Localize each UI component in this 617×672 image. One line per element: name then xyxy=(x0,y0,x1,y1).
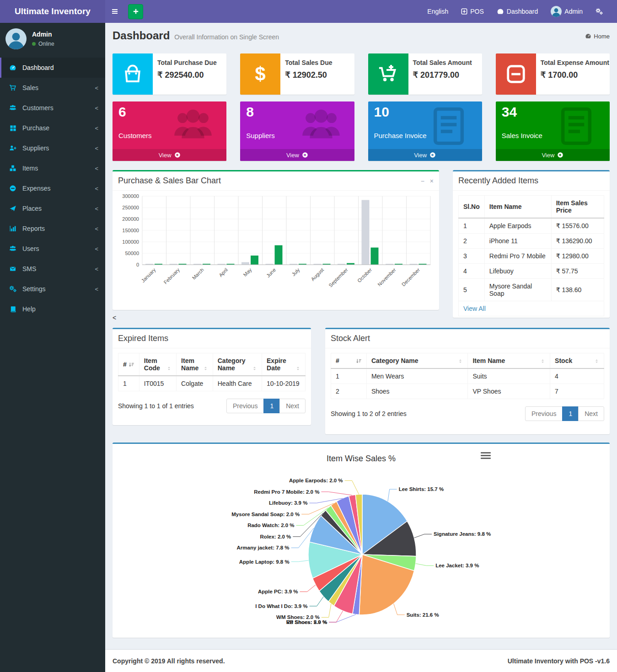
chart-menu-button[interactable] xyxy=(481,452,491,460)
sidebar-item-sms[interactable]: SMS< xyxy=(0,259,105,279)
navbar: Ultimate Inventory English POS Dashboard… xyxy=(0,0,617,23)
table-row: 1IT0015ColgateHealth Care10-10-2019 xyxy=(118,376,306,391)
column-header-item-code[interactable]: Item Code xyxy=(139,353,176,376)
minus-square-icon xyxy=(496,53,536,95)
view-label: View xyxy=(286,152,299,159)
table-cell: 4 xyxy=(459,264,485,279)
recent-items-panel: Recently Added Items Sl.NoItem NameItem … xyxy=(453,170,610,318)
page-previous[interactable]: Previous xyxy=(226,399,264,413)
sidebar-item-settings[interactable]: Settings< xyxy=(0,279,105,299)
chevron-left-icon: < xyxy=(95,145,98,152)
avatar xyxy=(551,6,562,17)
gears-button[interactable] xyxy=(589,0,610,23)
view-all-link[interactable]: View All xyxy=(459,301,604,316)
sidebar-item-sales[interactable]: Sales< xyxy=(0,78,105,98)
expired-items-header: Expired Items xyxy=(113,329,311,348)
column-header-item-name[interactable]: Item Name xyxy=(177,353,213,376)
page-number[interactable]: 1 xyxy=(263,399,280,413)
column-header-item-name[interactable]: Item Name xyxy=(468,353,550,369)
table-row: 2ShoesVP Shoes7 xyxy=(331,384,604,399)
count-label: Purchase Invoice xyxy=(374,132,427,139)
sort-icon xyxy=(594,358,599,364)
column-header-category-name[interactable]: Category Name xyxy=(366,353,468,369)
collapse-button[interactable]: − xyxy=(421,177,424,185)
bar-chart-icon xyxy=(7,225,18,232)
chevron-left-icon: < xyxy=(95,185,98,192)
stat-value: ₹ 1700.00 xyxy=(541,70,605,80)
nav-language[interactable]: English xyxy=(421,0,455,23)
x-tick-label: July xyxy=(290,267,301,277)
brand[interactable]: Ultimate Inventory xyxy=(0,0,105,23)
x-tick-label: November xyxy=(376,267,397,288)
x-tick-label: March xyxy=(191,267,205,281)
bar-chart: 050000100000150000200000250000300000Janu… xyxy=(117,193,433,307)
sort-icon xyxy=(458,358,463,364)
sidebar-item-suppliers[interactable]: Suppliers< xyxy=(0,138,105,158)
page-subtitle: Overall Information on Single Screen xyxy=(174,33,279,41)
sidebar-item-label: Dashboard xyxy=(22,64,54,71)
pie-connector xyxy=(300,585,316,592)
bar-chart-panel-header: Purchase & Sales Bar Chart − × xyxy=(113,171,439,191)
sidebar-item-reports[interactable]: Reports< xyxy=(0,219,105,239)
table-cell: ₹ 15576.00 xyxy=(551,218,604,234)
nav-user[interactable]: Admin xyxy=(544,0,589,23)
nav-pos[interactable]: POS xyxy=(455,0,490,23)
view-link[interactable]: View xyxy=(240,149,354,161)
table-cell: Colgate xyxy=(177,376,213,391)
tachometer-icon xyxy=(497,8,504,15)
sidebar-item-help[interactable]: Help xyxy=(0,299,105,319)
chevron-left-icon: < xyxy=(95,85,98,91)
table-cell: 10-10-2019 xyxy=(262,376,306,391)
minus-circle-icon xyxy=(7,185,18,192)
sort-icon xyxy=(540,358,545,364)
user-plus-icon xyxy=(7,144,18,152)
sidebar-item-expenses[interactable]: Expenses< xyxy=(0,178,105,198)
column-header--[interactable]: # xyxy=(118,353,139,376)
add-button[interactable] xyxy=(128,4,143,19)
view-link[interactable]: View xyxy=(113,149,226,161)
sidebar-item-dashboard[interactable]: Dashboard xyxy=(0,58,105,78)
table-cell: 1 xyxy=(331,368,367,384)
view-link[interactable]: View xyxy=(496,149,610,161)
page-next[interactable]: Next xyxy=(279,399,306,413)
page-next[interactable]: Next xyxy=(578,406,604,421)
sidebar-item-items[interactable]: Items< xyxy=(0,158,105,178)
close-button[interactable]: × xyxy=(430,177,434,185)
table-cell: 2 xyxy=(331,384,367,399)
pie-label-rolex: Rolex: 2.0 % xyxy=(260,534,291,539)
hamburger-button[interactable] xyxy=(105,0,124,23)
pie-label-signature-jeans: Signature Jeans: 9.8 % xyxy=(434,531,491,537)
column-header-category-name[interactable]: Category Name xyxy=(213,353,262,376)
gears-icon xyxy=(596,8,603,15)
column-header-expire-date[interactable]: Expire Date xyxy=(262,353,306,376)
sidebar-item-label: Customers xyxy=(22,104,54,112)
pie-connector xyxy=(388,489,397,501)
sidebar-item-purchase[interactable]: Purchase< xyxy=(0,118,105,138)
pie-chart-panel: Item Wise Sales % Lee Shirts: 15.7 %Sign… xyxy=(113,443,610,638)
x-tick-label: September xyxy=(327,267,349,288)
arrow-circle-icon xyxy=(557,152,563,158)
pie-label-i-do-what-i-do: I Do What I Do: 3.9 % xyxy=(255,603,307,609)
sidebar-menu: DashboardSales<Customers<Purchase<Suppli… xyxy=(0,58,105,319)
page-number[interactable]: 1 xyxy=(562,406,579,421)
column-header--[interactable]: # xyxy=(331,353,367,369)
column-header-stock[interactable]: Stock xyxy=(550,353,604,369)
sort-icon xyxy=(295,365,300,372)
view-link[interactable]: View xyxy=(368,149,482,161)
sidebar-item-places[interactable]: Places< xyxy=(0,198,105,219)
table-cell: Lifebuoy xyxy=(484,264,551,279)
table-cell: 4 xyxy=(550,368,604,384)
table-cell: iPhone 11 xyxy=(484,234,551,249)
pie-label-redmi-pro-7-mobile: Redmi Pro 7 Mobile: 2.0 % xyxy=(254,489,319,495)
stock-alert-title: Stock Alert xyxy=(331,334,370,343)
sidebar-item-customers[interactable]: Customers< xyxy=(0,98,105,118)
shopping-bag-icon xyxy=(113,53,153,95)
table-row: 5Mysore Sandal Soap₹ 138.60 xyxy=(459,279,604,301)
pie-label-lifebuoy: Lifebuoy: 3.9 % xyxy=(269,500,307,506)
count-value: 34 xyxy=(502,104,517,120)
nav-dashboard[interactable]: Dashboard xyxy=(490,0,545,23)
page-previous[interactable]: Previous xyxy=(525,406,563,421)
gears-icon xyxy=(7,285,18,293)
sidebar-item-users[interactable]: Users< xyxy=(0,239,105,259)
breadcrumb-home[interactable]: Home xyxy=(585,33,610,40)
